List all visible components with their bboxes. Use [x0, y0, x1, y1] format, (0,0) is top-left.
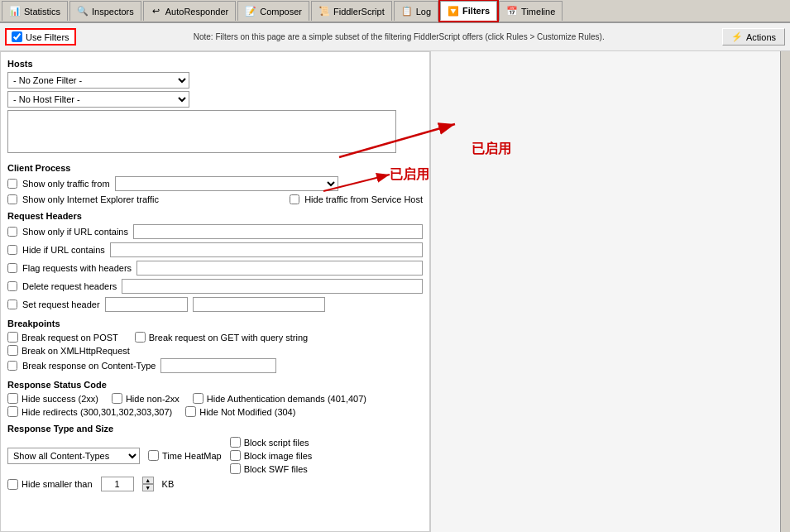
breakpoints-label: Breakpoints [7, 319, 423, 328]
tab-bar: 📊 Statistics 🔍 Inspectors ↩ AutoResponde… [0, 0, 790, 23]
use-filters-checkbox[interactable] [12, 31, 22, 42]
time-heatmap-item: Time HeatMap [148, 450, 222, 461]
hide-auth-checkbox[interactable] [193, 393, 203, 404]
zone-filter-select[interactable]: - No Zone Filter - Show only Intranet ho… [7, 72, 189, 89]
actions-button[interactable]: ⚡ Actions [722, 28, 785, 46]
break-xml-label: Break on XMLHttpRequest [22, 346, 130, 356]
break-response-input[interactable] [160, 358, 276, 373]
hide-smaller-input[interactable] [101, 477, 134, 491]
show-only-url-checkbox[interactable] [7, 227, 17, 237]
hide-non2xx-checkbox[interactable] [112, 393, 122, 404]
actions-icon: ⚡ [731, 31, 743, 42]
use-filters-checkbox-container[interactable]: Use Filters [5, 28, 76, 46]
size-up-button[interactable]: ▲ [142, 477, 154, 484]
host-textarea[interactable] [7, 110, 396, 153]
breakpoints-row2: Break on XMLHttpRequest [7, 345, 423, 356]
breakpoints-row1: Break request on POST Break request on G… [7, 332, 423, 343]
block-script-checkbox[interactable] [230, 437, 241, 448]
filters-icon: 🔽 [448, 5, 459, 17]
content-type-select[interactable]: Show all Content-Types Show only HTML Sh… [7, 448, 140, 464]
hide-smaller-checkbox[interactable] [7, 479, 18, 490]
hide-redirects-checkbox[interactable] [7, 406, 18, 417]
tab-inspectors[interactable]: 🔍 Inspectors [69, 1, 141, 21]
show-only-traffic-dropdown[interactable] [115, 176, 338, 191]
set-header-value-input[interactable] [193, 297, 325, 312]
flag-headers-row: Flag requests with headers [7, 261, 423, 276]
host-textarea-container [7, 110, 396, 155]
status-row1: Hide success (2xx) Hide non-2xx Hide Aut… [7, 393, 423, 404]
block-image-checkbox[interactable] [230, 450, 241, 461]
size-down-button[interactable]: ▼ [142, 484, 154, 491]
hide-smaller-item: Hide smaller than [7, 479, 93, 490]
hide-not-modified-checkbox[interactable] [185, 406, 196, 417]
tab-timeline[interactable]: 📅 Timeline [499, 1, 563, 21]
host-filter-row: - No Host Filter - Hide CONNECTs [7, 91, 423, 108]
break-response-label: Break response on Content-Type [22, 361, 156, 371]
time-heatmap-label: Time HeatMap [162, 451, 222, 461]
hide-redirects-label: Hide redirects (300,301,302,303,307) [22, 407, 172, 417]
hide-url-input[interactable] [110, 242, 423, 257]
block-swf-checkbox[interactable] [230, 463, 241, 474]
block-swf-label: Block SWF files [244, 464, 308, 474]
hide-traffic-checkbox[interactable] [290, 194, 299, 204]
delete-headers-row: Delete request headers [7, 279, 423, 294]
block-swf-item: Block SWF files [230, 463, 313, 474]
client-process-label: Client Process [7, 163, 423, 173]
flag-headers-checkbox[interactable] [7, 263, 17, 273]
hosts-section-label: Hosts [7, 59, 423, 69]
break-get-label: Break request on GET with query string [149, 333, 308, 343]
hide-success-label: Hide success (2xx) [22, 394, 98, 404]
hide-success-checkbox[interactable] [7, 393, 18, 404]
timeline-icon: 📅 [506, 6, 518, 17]
size-spinner: ▲ ▼ [142, 477, 154, 491]
time-heatmap-checkbox[interactable] [148, 450, 159, 461]
tab-statistics[interactable]: 📊 Statistics [2, 1, 68, 21]
show-only-url-label: Show only if URL contains [22, 227, 128, 237]
request-headers-label: Request Headers [7, 211, 423, 221]
show-only-traffic-checkbox[interactable] [7, 179, 17, 189]
set-header-name-input[interactable] [105, 297, 188, 312]
use-filters-label: Use Filters [26, 32, 69, 42]
show-only-url-input[interactable] [133, 224, 423, 239]
show-only-url-row: Show only if URL contains [7, 224, 423, 239]
block-script-label: Block script files [244, 438, 309, 448]
break-response-row: Break response on Content-Type [7, 358, 423, 373]
break-post-item: Break request on POST [7, 332, 118, 343]
block-items: Block script files Block image files Blo… [230, 437, 313, 474]
right-scrollbar[interactable] [780, 51, 790, 532]
break-xml-checkbox[interactable] [7, 345, 18, 356]
hide-traffic-label: Hide traffic from Service Host [304, 194, 423, 204]
break-post-label: Break request on POST [22, 333, 118, 343]
set-header-checkbox[interactable] [7, 300, 17, 309]
tab-filters[interactable]: 🔽 Filters [440, 1, 497, 21]
tab-autoresponder[interactable]: ↩ AutoResponder [143, 1, 236, 21]
show-only-ie-label: Show only Internet Explorer traffic [22, 194, 159, 204]
tab-fiddlerscript[interactable]: 📜 FiddlerScript [311, 1, 392, 21]
statistics-icon: 📊 [9, 6, 21, 17]
toolbar-note: Note: Filters on this page are a simple … [81, 32, 717, 41]
hide-redirects-item: Hide redirects (300,301,302,303,307) [7, 406, 172, 417]
break-get-checkbox[interactable] [135, 332, 146, 343]
show-only-traffic-label: Show only traffic from [22, 179, 110, 189]
host-filter-select[interactable]: - No Host Filter - Hide CONNECTs [7, 91, 189, 108]
hide-non2xx-label: Hide non-2xx [126, 394, 180, 404]
flag-headers-label: Flag requests with headers [22, 263, 132, 273]
break-post-checkbox[interactable] [7, 332, 18, 343]
tab-log[interactable]: 📋 Log [394, 1, 438, 21]
break-response-checkbox[interactable] [7, 361, 17, 371]
block-image-item: Block image files [230, 450, 313, 461]
delete-headers-input[interactable] [122, 279, 423, 294]
hide-not-modified-label: Hide Not Modified (304) [199, 407, 295, 417]
delete-headers-checkbox[interactable] [7, 281, 17, 291]
hide-url-checkbox[interactable] [7, 245, 17, 255]
response-type-label: Response Type and Size [7, 424, 423, 434]
flag-headers-input[interactable] [136, 261, 423, 276]
hide-non2xx-item: Hide non-2xx [112, 393, 180, 404]
delete-headers-label: Delete request headers [22, 281, 117, 291]
tab-composer[interactable]: 📝 Composer [237, 1, 309, 21]
hide-smaller-label: Hide smaller than [22, 479, 93, 489]
show-only-ie-checkbox[interactable] [7, 194, 17, 204]
inspectors-icon: 🔍 [77, 6, 89, 17]
ie-traffic-row: Show only Internet Explorer traffic Hide… [7, 194, 423, 204]
break-xml-item: Break on XMLHttpRequest [7, 345, 130, 356]
